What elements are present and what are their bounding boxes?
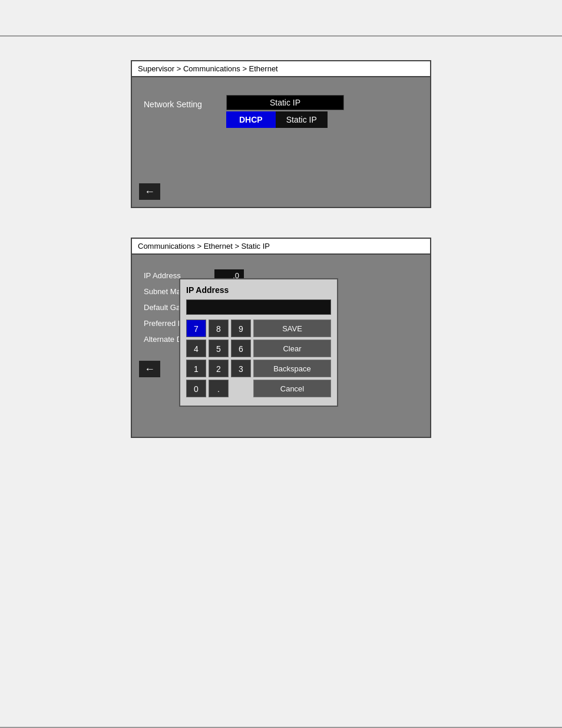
key-4[interactable]: 4: [186, 340, 206, 357]
ip-dialog-title: IP Address: [186, 285, 331, 295]
network-setting-row: Network Setting Static IP DHCP Static IP: [144, 95, 418, 128]
panel-network-setting: Supervisor > Communications > Ethernet N…: [131, 60, 431, 208]
back-arrow2-icon: ←: [144, 364, 155, 374]
key-7[interactable]: 7: [186, 319, 206, 337]
network-setting-label: Network Setting: [144, 95, 214, 109]
key-2[interactable]: 2: [209, 360, 229, 377]
key-3[interactable]: 3: [231, 360, 251, 377]
panel1-title: Supervisor > Communications > Ethernet: [132, 61, 430, 77]
panel1-back-button[interactable]: ←: [139, 183, 160, 200]
key-8[interactable]: 8: [209, 319, 229, 337]
key-9[interactable]: 9: [231, 319, 251, 337]
ip-address-input[interactable]: [186, 299, 331, 315]
toggle-buttons: DHCP Static IP: [226, 111, 344, 128]
key-6[interactable]: 6: [231, 340, 251, 357]
ip-address-dialog: IP Address 7 8 9 4 5 6: [179, 278, 338, 407]
save-button[interactable]: SAVE: [253, 319, 331, 337]
static-ip-display: Static IP: [226, 95, 344, 110]
panel2-body: IP Address.0Subnet Ma.0Default Ga.0Prefe…: [132, 255, 430, 384]
cancel-button[interactable]: Cancel: [253, 380, 331, 397]
panel2-title: Communications > Ethernet > Static IP: [132, 239, 430, 255]
dhcp-button[interactable]: DHCP: [226, 111, 276, 128]
panel1-body: Network Setting Static IP DHCP Static IP…: [132, 77, 430, 207]
back-arrow-icon: ←: [144, 186, 155, 197]
panel-static-ip: Communications > Ethernet > Static IP IP…: [131, 238, 431, 438]
panel2-back-button[interactable]: ←: [139, 361, 160, 377]
screens-container: Supervisor > Communications > Ethernet N…: [0, 37, 562, 462]
backspace-button[interactable]: Backspace: [253, 360, 331, 377]
key-0[interactable]: 0: [186, 380, 206, 397]
key-5[interactable]: 5: [209, 340, 229, 357]
key-dot[interactable]: .: [209, 380, 229, 397]
network-controls: Static IP DHCP Static IP: [226, 95, 344, 128]
key-1[interactable]: 1: [186, 360, 206, 377]
static-ip-button[interactable]: Static IP: [276, 111, 328, 128]
clear-button[interactable]: Clear: [253, 340, 331, 357]
